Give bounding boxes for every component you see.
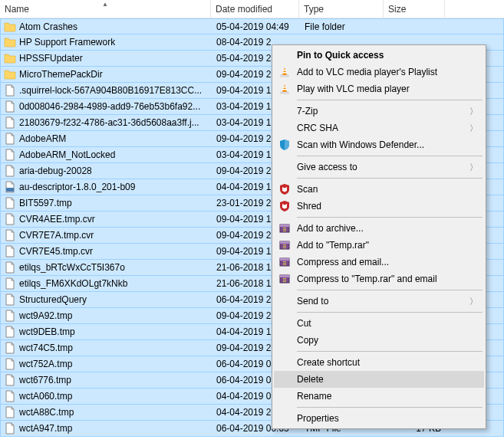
menu-separator [297,407,483,408]
folder-icon [4,68,16,80]
menu-separator [297,290,483,290]
menu-item-send-to[interactable]: Send to〉 [274,293,484,310]
folder-icon [4,21,16,33]
menu-icon-blank [277,104,292,118]
file-name: 0d008046-2984-4989-add9-76eb53b6fa92... [19,101,200,112]
winrar-icon [277,272,292,286]
submenu-arrow-icon: 〉 [469,106,478,117]
file-name: wct9A92.tmp [19,310,72,321]
menu-item-scan[interactable]: Scan [274,181,484,198]
file-name: CVR7E45.tmp.cvr [19,246,93,257]
file-name: etilqs_FM6XKdOLgt7kNkb [19,278,127,289]
menu-item-label: Add to archive... [297,223,478,234]
menu-item-label: Cut [297,318,478,329]
file-name: au-descriptor-1.8.0_201-b09 [19,182,135,192]
menu-item-label: Add to "Temp.rar" [297,240,478,251]
menu-icon-blank [277,316,292,330]
submenu-arrow-icon: 〉 [469,162,478,173]
menu-item-cut[interactable]: Cut [274,315,484,332]
file-name: CVR7E7A.tmp.cvr [19,230,94,241]
menu-item-play-with-vlc-media-player[interactable]: Play with VLC media player [274,80,484,97]
file-icon [4,277,16,290]
file-name: Atom Crashes [19,21,77,32]
file-icon [4,261,16,274]
file-type: File folder [300,21,384,32]
file-name: wctA88C.tmp [19,407,74,418]
menu-item-label: Rename [297,391,478,402]
file-icon [4,100,16,113]
file-name: wct74C5.tmp [19,343,73,353]
menu-item-label: Send to [297,296,469,307]
menu-item-label: Scan [297,184,478,195]
column-header-size[interactable]: Size [384,0,445,18]
column-header-date[interactable]: Date modified [211,0,299,18]
file-icon [4,229,16,241]
menu-item-shred[interactable]: Shred [274,198,484,215]
menu-separator [297,351,483,352]
folder-icon [4,52,16,64]
menu-item-delete[interactable]: Delete [274,371,484,388]
menu-item-label: Create shortcut [297,357,478,368]
file-name: wct9DEB.tmp [19,326,75,337]
menu-item-compress-and-email[interactable]: Compress and email... [274,254,484,271]
file-icon [4,326,16,338]
file-name: aria-debug-20028 [19,166,92,176]
menu-item-properties[interactable]: Properties [274,410,484,427]
winrar-icon [277,221,292,235]
file-row[interactable]: Atom Crashes05-04-2019 04:49File folder [0,18,504,34]
file-icon [4,213,16,225]
menu-item-label: Scan with Windows Defender... [297,139,478,150]
menu-item-copy[interactable]: Copy [274,332,484,349]
file-name: MicroThemePackDir [19,69,103,80]
menu-item-pin-to-quick-access[interactable]: Pin to Quick access [274,47,484,64]
shield-icon [277,138,292,152]
menu-item-compress-to-temp-rar-and-email[interactable]: Compress to "Temp.rar" and email [274,271,484,287]
file-name: CVR4AEE.tmp.cvr [19,214,95,225]
menu-item-crc-sha[interactable]: CRC SHA〉 [274,120,484,136]
xmlfile-icon [4,181,16,193]
file-name: AdobeARM [19,133,66,144]
mcafee-icon [277,199,292,213]
menu-item-label: Copy [297,335,478,346]
menu-item-label: Compress to "Temp.rar" and email [297,274,478,284]
menu-item-scan-with-windows-defender[interactable]: Scan with Windows Defender... [274,136,484,153]
column-header-name[interactable]: ▲ Name [0,0,211,18]
menu-item-add-to-archive[interactable]: Add to archive... [274,220,484,237]
menu-item-give-access-to[interactable]: Give access to〉 [274,159,484,175]
mcafee-icon [277,182,292,196]
file-icon [4,149,16,161]
file-name: wct6776.tmp [19,375,71,385]
column-header-label: Date modified [216,4,272,15]
file-icon [4,422,16,435]
file-name: wctA060.tmp [19,391,72,402]
menu-item-label: Properties [297,413,478,424]
file-name: .squirrel-lock-567A904B80B16917E813CC... [19,85,202,96]
sort-ascending-icon: ▲ [102,1,108,8]
file-icon [4,374,16,386]
column-header-label: Name [5,4,29,15]
menu-item-label: Pin to Quick access [297,50,478,61]
file-name: wctA947.tmp [19,423,72,434]
column-header-label: Type [304,4,324,15]
menu-item-7-zip[interactable]: 7-Zip〉 [274,103,484,120]
file-icon [4,358,16,370]
file-name: StructuredQuery [19,294,87,305]
column-header-type[interactable]: Type [299,0,384,18]
menu-item-create-shortcut[interactable]: Create shortcut [274,354,484,371]
file-icon [4,84,16,97]
menu-item-label: Shred [297,201,478,212]
vlc-icon [277,82,292,96]
menu-item-add-to-vlc-media-player-s-playlist[interactable]: Add to VLC media player's Playlist [274,64,484,80]
menu-item-rename[interactable]: Rename [274,388,484,405]
file-date: 05-04-2019 04:49 [212,21,300,32]
file-name: HPSSFUpdater [19,53,83,64]
file-name: wct752A.tmp [19,359,72,369]
winrar-icon [277,255,292,269]
menu-item-add-to-temp-rar[interactable]: Add to "Temp.rar" [274,237,484,254]
menu-icon-blank [277,356,292,369]
context-menu: Pin to Quick accessAdd to VLC media play… [272,44,486,429]
menu-icon-blank [277,412,292,425]
menu-item-label: Delete [297,374,478,385]
menu-item-label: Compress and email... [297,257,478,267]
menu-separator [297,217,483,218]
